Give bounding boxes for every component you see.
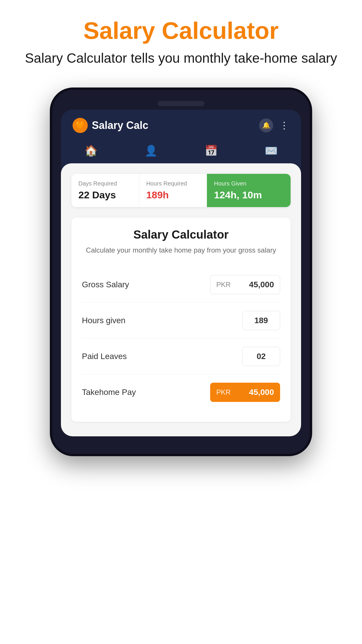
app-header: 🧡 Salary Calc 🔔 ⋮ [61,110,301,139]
gross-salary-input[interactable]: PKR 45,000 [210,275,280,294]
gross-salary-currency: PKR [216,281,231,289]
hours-given-input[interactable]: 189 [242,311,280,330]
stats-row: Days Required 22 Days Hours Required 189… [71,174,291,207]
gross-salary-label: Gross Salary [82,280,129,289]
app-name: Salary Calc [92,119,148,132]
phone-notch [61,99,301,110]
messages-icon: ✉️ [265,145,278,157]
hours-given-label: Hours Given [214,180,284,187]
calc-title: Salary Calculator [82,228,280,241]
app-header-actions: 🔔 ⋮ [259,118,289,132]
nav-profile[interactable]: 👤 [145,145,158,157]
nav-home[interactable]: 🏠 [85,145,98,157]
takehome-pay-row: Takehome Pay PKR 45,000 [82,374,280,410]
hours-given-field-label: Hours given [82,316,125,325]
paid-leaves-label: Paid Leaves [82,352,127,361]
profile-icon: 👤 [145,145,158,157]
phone-frame: 🧡 Salary Calc 🔔 ⋮ 🏠 👤 📅 [50,88,312,456]
takehome-value: 45,000 [249,388,274,397]
calculator-card: Salary Calculator Calculate your monthly… [71,218,291,422]
more-options-icon[interactable]: ⋮ [280,120,289,131]
app-content: Days Required 22 Days Hours Required 189… [61,163,301,436]
takehome-pay-result: PKR 45,000 [210,383,280,402]
paid-leaves-input[interactable]: 02 [242,347,280,366]
phone-speaker [158,101,204,106]
hours-given-row: Hours given 189 [82,303,280,339]
app-nav: 🏠 👤 📅 ✉️ [61,139,301,163]
app-logo-area: 🧡 Salary Calc [73,118,148,133]
nav-calendar[interactable]: 📅 [205,145,218,157]
bell-icon[interactable]: 🔔 [259,118,273,132]
hours-required-label: Hours Required [146,180,200,187]
page-header: Salary Calculator Salary Calculator tell… [1,0,360,76]
phone-mockup: 🧡 Salary Calc 🔔 ⋮ 🏠 👤 📅 [50,88,312,456]
app-screen: 🧡 Salary Calc 🔔 ⋮ 🏠 👤 📅 [61,110,301,436]
hours-given-card: Hours Given 124h, 10m [207,174,291,207]
takehome-pay-label: Takehome Pay [82,388,136,397]
gross-salary-value: 45,000 [249,280,274,289]
days-required-label: Days Required [78,180,132,187]
days-required-value: 22 Days [78,189,132,201]
hours-given-value: 124h, 10m [214,189,284,201]
nav-messages[interactable]: ✉️ [265,145,278,157]
page-subtitle: Salary Calculator tells you monthly take… [25,50,337,67]
calc-subtitle: Calculate your monthly take home pay fro… [82,245,280,255]
page-title: Salary Calculator [25,18,337,44]
gross-salary-row: Gross Salary PKR 45,000 [82,267,280,303]
hours-required-card: Hours Required 189h [139,174,207,207]
takehome-currency: PKR [216,388,231,396]
days-required-card: Days Required 22 Days [71,174,139,207]
home-icon: 🏠 [85,145,98,157]
hours-required-value: 189h [146,189,200,201]
app-logo-icon: 🧡 [73,118,88,133]
calendar-icon: 📅 [205,145,218,157]
paid-leaves-row: Paid Leaves 02 [82,339,280,374]
